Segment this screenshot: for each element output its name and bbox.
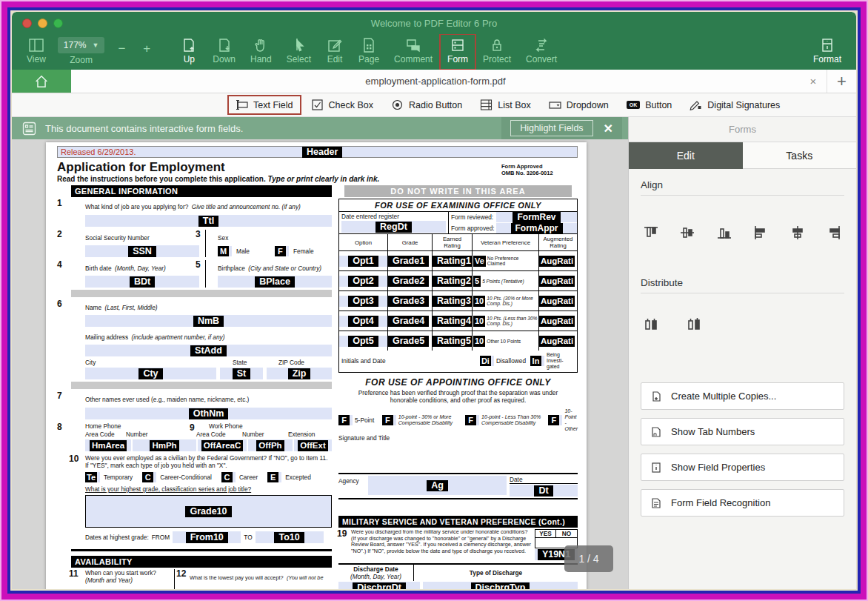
distribute-vertically-icon[interactable] <box>685 316 703 336</box>
field-opt4[interactable]: Opt4 <box>339 311 388 331</box>
field-cty[interactable]: Cty <box>85 368 216 379</box>
field-bdt[interactable]: BDt <box>85 276 199 288</box>
field-dt[interactable]: Dt <box>510 485 578 497</box>
zoom-in-button[interactable]: + <box>134 28 159 70</box>
format-button[interactable]: Format <box>806 34 849 70</box>
align-vertical-center-icon[interactable] <box>678 224 696 245</box>
zoom-level-dropdown[interactable]: 177% ▼ <box>58 37 105 53</box>
field-temporary-checkbox[interactable]: Te <box>85 472 100 482</box>
field-hmarea[interactable]: HmArea <box>85 439 131 451</box>
field-10point-less30-checkbox[interactable]: F <box>465 415 479 425</box>
field-excepted-checkbox[interactable]: E <box>267 472 281 482</box>
field-5point-checkbox[interactable]: F <box>338 415 353 425</box>
field-career-conditional-checkbox[interactable]: C <box>142 472 156 482</box>
field-grade1[interactable]: Grade1 <box>388 250 433 270</box>
edit-tool-button[interactable]: Edit <box>318 34 351 70</box>
field-10point-other-checkbox[interactable]: F <box>548 415 562 425</box>
field-vetpref3[interactable]: 1010 Pts. (30% or More Comp. Dis.) <box>473 290 539 311</box>
banner-close-button[interactable]: ✕ <box>604 122 613 136</box>
protect-tool-button[interactable]: Protect <box>475 34 518 70</box>
align-right-icon[interactable] <box>825 224 843 245</box>
field-regdt[interactable]: RegDt <box>341 221 446 233</box>
tab-edit[interactable]: Edit <box>629 142 743 169</box>
field-header[interactable]: Released 6/29/2013. Header <box>57 146 578 158</box>
view-button[interactable]: View <box>19 34 53 70</box>
field-dischrgdt[interactable]: DischrgDt <box>338 582 420 589</box>
select-tool-button[interactable]: Select <box>279 34 318 70</box>
new-tab-button[interactable]: + <box>827 70 856 93</box>
field-augrating5[interactable]: AugRati <box>539 331 577 351</box>
field-male-checkbox[interactable]: M <box>218 246 232 256</box>
field-vetpref4[interactable]: 1010 Pts. (Less than 30% Comp. Dis.) <box>473 311 539 331</box>
field-formappr[interactable]: FormAppr <box>496 223 577 233</box>
field-formrev[interactable]: FormRev <box>496 212 577 222</box>
field-grade4[interactable]: Grade4 <box>388 311 433 331</box>
align-top-icon[interactable] <box>642 224 660 245</box>
field-career-checkbox[interactable]: C <box>221 472 236 482</box>
field-rating2[interactable]: Rating2 <box>433 270 473 290</box>
field-othnm[interactable]: OthNm <box>85 408 332 419</box>
align-horizontal-center-icon[interactable] <box>789 224 807 245</box>
field-nmb[interactable]: NmB <box>85 315 332 327</box>
field-dischrgtyp[interactable]: DischrgTyp <box>423 582 578 589</box>
show-field-properties-button[interactable]: Show Field Properties <box>641 454 844 481</box>
align-left-icon[interactable] <box>752 224 769 245</box>
field-st[interactable]: St <box>220 368 263 379</box>
document-tab[interactable]: employment-application-form.pdf <box>71 70 800 93</box>
field-vetpref1[interactable]: VeNo Preference Claimed <box>473 250 539 270</box>
page-up-button[interactable]: Up <box>173 34 205 70</box>
highlight-fields-button[interactable]: Highlight Fields <box>510 120 592 136</box>
field-augrating2[interactable]: AugRati <box>539 270 577 290</box>
field-rating4[interactable]: Rating4 <box>433 311 473 331</box>
check-box-tool[interactable]: Check Box <box>304 96 381 114</box>
align-bottom-icon[interactable] <box>715 224 733 245</box>
comment-tool-button[interactable]: Comment <box>387 34 440 70</box>
field-zip[interactable]: Zip <box>267 368 332 379</box>
field-rating5[interactable]: Rating5 <box>433 331 473 351</box>
push-button-tool[interactable]: OK Button <box>619 96 680 114</box>
field-vetpref5[interactable]: 10Other 10 Points <box>473 331 539 351</box>
list-box-tool[interactable]: List Box <box>473 96 538 114</box>
distribute-horizontally-icon[interactable] <box>642 316 660 336</box>
digital-signatures-tool[interactable]: Digital Signatures <box>682 96 787 114</box>
field-ag[interactable]: Ag <box>368 476 507 495</box>
field-augrating1[interactable]: AugRati <box>539 250 577 270</box>
field-grade3[interactable]: Grade3 <box>388 290 433 311</box>
convert-tool-button[interactable]: Convert <box>518 34 564 70</box>
field-10point-30plus-checkbox[interactable]: F <box>382 415 396 425</box>
document-viewport[interactable]: This document contains interactive form … <box>12 117 628 589</box>
field-offext[interactable]: OffExt <box>294 439 332 451</box>
field-disallowed-checkbox[interactable]: Di <box>480 356 494 366</box>
field-opt5[interactable]: Opt5 <box>339 331 388 351</box>
tab-tasks[interactable]: Tasks <box>743 142 857 169</box>
field-opt1[interactable]: Opt1 <box>339 250 388 270</box>
field-grade10[interactable]: Grade10 <box>85 495 332 528</box>
field-grade5[interactable]: Grade5 <box>388 331 433 351</box>
page-tool-button[interactable]: Page <box>351 34 387 70</box>
create-multiple-copies-button[interactable]: Create Multiple Copies... <box>641 382 844 410</box>
dropdown-tool[interactable]: Dropdown <box>541 96 616 114</box>
field-stadd[interactable]: StAdd <box>85 345 332 356</box>
field-vetpref2[interactable]: 55 Points (Tentative) <box>473 270 539 290</box>
field-offareac[interactable]: OffAreaC <box>198 439 247 451</box>
field-ssn[interactable]: SSN <box>85 245 199 257</box>
field-from10[interactable]: From10 <box>173 531 241 543</box>
field-bplace[interactable]: BPlace <box>218 276 332 288</box>
hand-tool-button[interactable]: Hand <box>243 34 279 70</box>
field-grade2[interactable]: Grade2 <box>388 270 433 290</box>
field-augrating3[interactable]: AugRati <box>539 290 577 311</box>
field-to10[interactable]: To10 <box>256 531 324 543</box>
form-field-recognition-button[interactable]: Form Field Recognition <box>641 489 844 517</box>
page-down-button[interactable]: Down <box>205 34 243 70</box>
field-rating3[interactable]: Rating3 <box>433 290 473 311</box>
field-opt2[interactable]: Opt2 <box>339 270 388 290</box>
field-investigated-checkbox[interactable]: In <box>530 356 544 366</box>
field-hmph[interactable]: HmPh <box>133 439 196 451</box>
field-ttl[interactable]: Ttl <box>85 215 332 227</box>
field-offph[interactable]: OffPh <box>248 439 293 451</box>
field-augrating4[interactable]: AugRati <box>539 311 577 331</box>
show-tab-numbers-button[interactable]: Show Tab Numbers <box>641 418 844 445</box>
text-field-tool[interactable]: Text Field <box>228 96 301 114</box>
field-female-checkbox[interactable]: F <box>275 246 289 256</box>
form-tool-button[interactable]: Form <box>440 34 475 70</box>
